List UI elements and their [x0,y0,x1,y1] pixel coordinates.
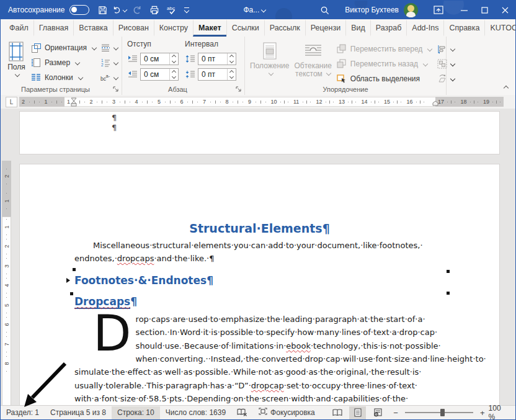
hruler-left: 21 [19,97,64,107]
align-icon [437,44,447,55]
indent-right-spinner[interactable] [169,69,178,80]
tab-вставка[interactable]: Вставка [73,19,112,37]
search-icon[interactable] [318,3,331,17]
maximize-button[interactable] [474,1,495,19]
spacing-before-spinner[interactable] [227,53,236,65]
document-title-dropdown-icon[interactable] [261,7,266,12]
quick-print-icon[interactable] [148,3,161,17]
user-name[interactable]: Виктор Бухтеев [345,6,399,14]
undo-button[interactable] [113,3,127,17]
web-layout-button[interactable] [370,406,386,419]
selection-pane-button[interactable]: Область выделения [337,72,432,86]
close-button[interactable] [495,1,515,19]
vruler-mark-2: 2 [5,237,8,257]
line-numbers-button[interactable]: 12 [100,56,118,69]
save-icon[interactable] [96,3,109,17]
tab-вид[interactable]: Вид [345,19,370,37]
avatar[interactable] [404,3,418,17]
text-line: simulate·the·effect·as·well·as·possible.… [74,365,445,378]
status-word-count[interactable]: Число слов: 1639 [160,406,231,419]
autosave-toggle[interactable] [69,5,89,15]
tab-макет[interactable]: Макет [193,19,226,37]
ribbon-display-options-icon[interactable] [432,3,445,17]
tab-kutool[interactable]: KUTOOL [484,19,516,37]
customize-toolbar-icon[interactable] [184,7,189,12]
heading-collapse-icon[interactable] [66,278,70,283]
spacing-before-input[interactable]: 0 пт [198,53,236,65]
indent-marker[interactable] [71,97,77,108]
size-label: Размер [45,58,70,67]
size-button[interactable]: Размер [31,56,96,69]
autosave-control[interactable]: Автосохранение [8,5,89,15]
spacing-after-input[interactable]: 0 пт [198,68,236,81]
status-line[interactable]: Строка: 10 [112,406,160,419]
ruler-mark-5: 5 [155,99,178,105]
print-layout-button[interactable] [349,406,366,419]
zoom-slider-thumb[interactable] [440,409,445,416]
page-setup-dialog-launcher[interactable] [112,86,119,92]
tab-констру[interactable]: Констру [154,19,193,37]
spellcheck-icon[interactable]: abc [165,3,179,17]
svg-text:1: 1 [101,58,104,63]
document-area[interactable]: ¶¶ Structural·Elements¶ Miscellaneous·st… [1,109,515,406]
ruler-mark-1: 1 [42,99,65,105]
wrap-text-icon [304,42,322,60]
orientation-button[interactable]: Ориентация [31,41,96,55]
tab-stop-selector[interactable]: L [6,97,17,107]
tab-рецензи[interactable]: Рецензи [305,19,345,37]
page-previous[interactable]: ¶¶ [19,111,500,154]
text-line: endnotes,·dropcaps·and·the·like.·¶ [74,252,445,266]
hyphenation-icon: bca- [100,73,110,83]
paragraph-dialog-launcher[interactable] [235,86,242,92]
minimize-button[interactable] [454,1,474,19]
breaks-button[interactable] [100,41,118,55]
ruler-mark-2: 2 [87,99,110,105]
spacing-after-spinner[interactable] [227,69,236,80]
wrap-text-label: Обтекание текстом [294,61,331,78]
status-page[interactable]: Страница 5 из 8 [45,406,112,419]
spellcheck-flagged-word: ebook [286,341,311,351]
document-title[interactable]: Фа... [243,6,265,14]
hyphenation-button[interactable]: bca- [100,71,118,84]
focus-mode-button[interactable]: Фокусировка [253,406,321,419]
ribbon-tab-row: ФайлГлавнаяВставкаРисованКонструМакетСсы… [1,19,515,37]
zoom-slider[interactable] [405,412,473,413]
tab-справка[interactable]: Справка [443,19,484,37]
read-mode-button[interactable] [329,406,346,419]
tab-файл[interactable]: Файл [4,19,33,37]
indent-left-input[interactable]: 0 см [140,53,179,65]
collapse-ribbon-icon[interactable] [502,83,508,91]
group-paragraph: Отступ 0 см 0 см [122,37,245,95]
right-indent-marker[interactable] [432,101,438,107]
tab-add-ins[interactable]: Add-Ins [406,19,443,37]
text-line: usually·tolerable.·This·paragraph·has·a·… [74,379,445,392]
page-content[interactable]: Structural·Elements¶ Miscellaneous·struc… [74,164,445,406]
align-button[interactable] [437,42,455,56]
indent-left-spinner[interactable] [169,53,178,65]
selection-pane-label: Область выделения [350,74,420,83]
page-current[interactable]: Structural·Elements¶ Miscellaneous·struc… [19,164,500,406]
status-section[interactable]: Раздел: 1 [1,406,45,419]
tab-ссылки[interactable]: Ссылки [226,19,264,37]
indent-left-value: 0 см [144,55,159,63]
size-icon [31,58,42,68]
status-bar: Раздел: 1 Страница 5 из 8 Строка: 10 Чис… [1,405,515,419]
vertical-ruler[interactable]: 21 12345678 [2,161,11,406]
toggle-knob [71,7,77,12]
tab-главная[interactable]: Главная [33,19,74,37]
columns-button[interactable]: Колонки [31,71,96,84]
tab-разраб[interactable]: Разраб [370,19,407,37]
zoom-in-button[interactable]: + [479,408,486,418]
margins-button[interactable]: Поля [6,40,27,84]
proofing-error-icon[interactable] [231,408,253,417]
zoom-value[interactable]: 100 % [486,404,515,420]
vruler-mark-1: 1 [5,217,8,237]
indent-right-input[interactable]: 0 см [140,68,179,81]
undo-dropdown-icon[interactable] [123,7,128,12]
breaks-icon [100,43,110,53]
vruler-mark-7: 7 [5,334,8,354]
tab-рисован[interactable]: Рисован [113,19,154,37]
horizontal-ruler[interactable]: 21 12345678910111213141516 171819 [19,97,504,107]
zoom-out-button[interactable]: − [392,408,399,418]
tab-рассылк[interactable]: Рассылк [264,19,305,37]
